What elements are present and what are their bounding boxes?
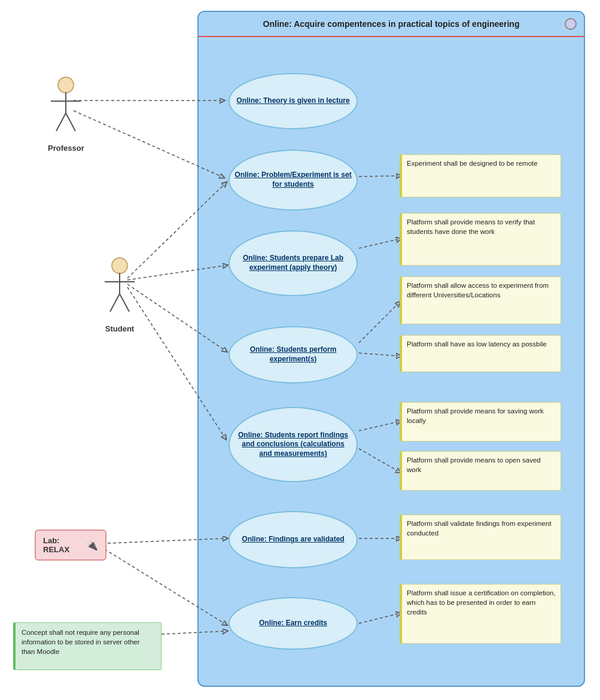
uc4-label: Online: Students perform experiment(s): [230, 343, 357, 366]
req1-text: Experiment shall be designed to be remot…: [407, 160, 538, 167]
req8-box: Platform shall issue a certification on …: [400, 584, 561, 644]
professor-label: Professor: [48, 144, 84, 153]
svg-line-2: [56, 113, 66, 131]
lab-icon: 🔌: [86, 540, 98, 551]
student-actor: Student: [102, 257, 138, 333]
professor-actor: Professor: [48, 77, 84, 153]
uc1-label: Online: Theory is given in lecture: [232, 94, 354, 108]
lab-relax-box: Lab: RELAX 🔌: [35, 529, 106, 561]
professor-body-svg: [48, 92, 84, 140]
frame-title-bar: Online: Acquire compentences in practica…: [199, 12, 584, 37]
uc6-label: Online: Findings are validated: [237, 532, 349, 547]
req4-box: Platform shall have as low latency as po…: [400, 335, 561, 372]
req7-text: Platform shall validate findings from ex…: [407, 520, 552, 537]
req2-text: Platform shall provide means to verify t…: [407, 218, 535, 235]
req7-box: Platform shall validate findings from ex…: [400, 515, 561, 560]
uc3-label: Online: Students prepare Lab experiment …: [230, 251, 357, 275]
req6-box: Platform shall provide means to open sav…: [400, 451, 561, 491]
student-head: [111, 257, 128, 274]
uc3-ellipse[interactable]: Online: Students prepare Lab experiment …: [229, 230, 358, 296]
concept-text: Concept shall not require any personal i…: [22, 629, 140, 655]
svg-line-3: [66, 113, 75, 131]
uc2-label: Online: Problem/Experiment is set for st…: [230, 168, 357, 191]
req8-text: Platform shall issue a certification on …: [407, 589, 556, 616]
student-body-svg: [102, 273, 138, 321]
professor-head: [57, 77, 74, 93]
uc2-ellipse[interactable]: Online: Problem/Experiment is set for st…: [229, 150, 358, 211]
frame-icon: [565, 18, 577, 30]
req2-box: Platform shall provide means to verify t…: [400, 213, 561, 266]
student-label: Student: [105, 324, 134, 333]
lab-label: Lab: RELAX: [43, 536, 83, 554]
diagram-container: Online: Acquire compentences in practica…: [0, 0, 600, 700]
req1-box: Experiment shall be designed to be remot…: [400, 154, 561, 197]
uc6-ellipse[interactable]: Online: Findings are validated: [229, 511, 358, 568]
uc5-ellipse[interactable]: Online: Students report findings and con…: [229, 407, 358, 482]
req6-text: Platform shall provide means to open sav…: [407, 456, 541, 473]
req3-box: Platform shall allow access to experimen…: [400, 276, 561, 324]
req5-text: Platform shall provide means for saving …: [407, 407, 544, 424]
concept-box: Concept shall not require any personal i…: [13, 622, 162, 670]
svg-line-6: [110, 294, 120, 312]
uc1-ellipse[interactable]: Online: Theory is given in lecture: [229, 73, 358, 129]
req3-text: Platform shall allow access to experimen…: [407, 282, 549, 299]
uc4-ellipse[interactable]: Online: Students perform experiment(s): [229, 326, 358, 384]
uc7-ellipse[interactable]: Online: Earn credits: [229, 597, 358, 650]
req4-text: Platform shall have as low latency as po…: [407, 340, 547, 348]
frame-title: Online: Acquire compentences in practica…: [263, 19, 520, 29]
req5-box: Platform shall provide means for saving …: [400, 402, 561, 442]
uc5-label: Online: Students report findings and con…: [230, 428, 357, 461]
svg-line-7: [120, 294, 129, 312]
uc7-label: Online: Earn credits: [254, 616, 332, 631]
